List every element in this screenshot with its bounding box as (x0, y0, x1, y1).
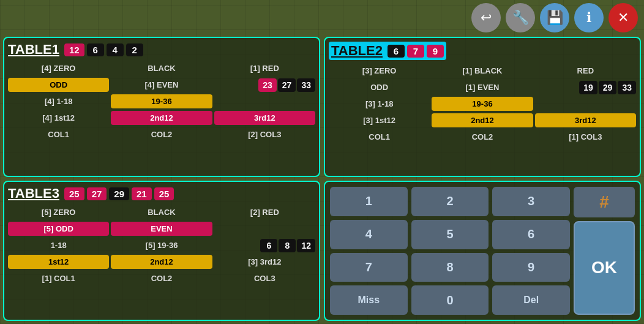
toolbar: ↩ 🔧 💾 ℹ ✕ (471, 3, 638, 32)
table2-num-29: 29 (599, 81, 617, 94)
table1-3rd12[interactable]: 3rd12 (214, 111, 315, 125)
table1-num-33: 33 (297, 78, 315, 92)
numpad-miss[interactable]: Miss (330, 285, 408, 315)
table2-red: RED (535, 64, 636, 78)
close-button[interactable]: ✕ (608, 3, 638, 32)
table2-2nd12[interactable]: 2nd12 (432, 113, 533, 127)
table3-header: TABLE3 25 27 29 21 25 (8, 186, 315, 202)
table3-row2: [5] ODD EVEN (8, 222, 315, 236)
table3-row4: 1st12 2nd12 [3] 3rd12 (8, 255, 315, 269)
table3-even[interactable]: EVEN (111, 222, 212, 236)
table2-num-33: 33 (618, 81, 636, 94)
table1-red: [1] RED (214, 61, 315, 75)
table3-badge-25b: 25 (154, 187, 174, 200)
table3-zero: [5] ZERO (8, 205, 109, 219)
table3-empty2 (214, 227, 315, 232)
table3-red: [2] RED (214, 205, 315, 219)
numpad-9[interactable]: 9 (492, 253, 570, 282)
table2-zero: [3] ZERO (329, 64, 430, 78)
table3-1st12[interactable]: 1st12 (8, 255, 109, 269)
table1-row2: ODD [4] EVEN 23 27 33 (8, 78, 315, 92)
table1-row5: COL1 COL2 [2] COL3 (8, 127, 315, 141)
numpad-del[interactable]: Del (492, 285, 570, 315)
main-layout: TABLE1 12 6 4 2 [4] ZERO BLACK [1] RED O… (3, 37, 641, 321)
table3-row3: 1-18 [5] 19-36 6 8 12 (8, 238, 315, 252)
table1-col1: COL1 (8, 127, 109, 141)
numpad-4[interactable]: 4 (330, 220, 408, 249)
table2-badge-7: 7 (407, 45, 424, 58)
table3-num-6: 6 (260, 239, 277, 252)
table2-col1: COL1 (329, 130, 430, 144)
numpad-panel: 1 2 3 4 5 6 7 8 9 Miss 0 Del # OK (324, 181, 641, 321)
numpad-5[interactable]: 5 (411, 220, 489, 249)
hash-button[interactable]: # (574, 187, 635, 217)
table1-col2: COL2 (111, 127, 212, 141)
table1-badge-4: 4 (107, 43, 124, 56)
numpad-1[interactable]: 1 (330, 187, 408, 216)
table2-title: TABLE2 (331, 43, 383, 59)
table2-row3: [3] 1-18 19-36 (329, 97, 636, 111)
table2-1936[interactable]: 19-36 (432, 97, 533, 111)
numpad-7[interactable]: 7 (330, 253, 408, 282)
table3-badge-21: 21 (132, 187, 152, 200)
table2-row2: ODD [1] EVEN 19 29 33 (329, 80, 636, 94)
table1-even: [4] EVEN (111, 78, 212, 92)
table2-empty3 (535, 102, 636, 107)
table2-row5: COL1 COL2 [1] COL3 (329, 130, 636, 144)
table1-2nd12[interactable]: 2nd12 (111, 111, 212, 125)
numpad-6[interactable]: 6 (492, 220, 570, 249)
table1-badge-2: 2 (126, 43, 143, 56)
table1-num-23: 23 (258, 78, 277, 92)
save-button[interactable]: 💾 (540, 3, 569, 32)
table3-badge-25a: 25 (64, 187, 84, 200)
table1-badge-6: 6 (87, 43, 104, 56)
numpad-side: # OK (574, 187, 635, 315)
table1-title: TABLE1 (8, 42, 59, 58)
table3-black: BLACK (111, 205, 212, 219)
table3-col1: [1] COL1 (8, 271, 109, 285)
table1-1936[interactable]: 19-36 (111, 94, 212, 108)
table2-118: [3] 1-18 (329, 97, 430, 111)
table2-num-19: 19 (579, 81, 597, 94)
table3-col3: COL3 (214, 271, 315, 285)
back-button[interactable]: ↩ (471, 3, 501, 32)
table1-zero: [4] ZERO (8, 61, 109, 75)
table3-3rd12: [3] 3rd12 (214, 255, 315, 269)
table3-num-8: 8 (279, 239, 296, 252)
table3-title: TABLE3 (8, 186, 59, 202)
table3-1936: [5] 19-36 (111, 238, 212, 252)
table3-numbers: 6 8 12 (214, 239, 315, 252)
numpad-8[interactable]: 8 (411, 253, 489, 282)
wrench-button[interactable]: 🔧 (506, 3, 535, 32)
table3-row1: [5] ZERO BLACK [2] RED (8, 205, 315, 219)
table1-num-27: 27 (278, 78, 296, 92)
table2-badge-9: 9 (427, 45, 444, 58)
table2-badge-6: 6 (388, 45, 405, 58)
table2-header-bg: TABLE2 6 7 9 (329, 42, 446, 60)
table2-header: TABLE2 6 7 9 (329, 42, 636, 60)
table1-row1: [4] ZERO BLACK [1] RED (8, 61, 315, 75)
table2-col3: [1] COL3 (535, 130, 636, 144)
ok-button[interactable]: OK (574, 221, 635, 315)
numpad-0[interactable]: 0 (411, 285, 489, 315)
table3-num-12: 12 (297, 239, 315, 252)
table3-col2: COL2 (111, 271, 212, 285)
table1-odd[interactable]: ODD (8, 78, 109, 92)
table1-118: [4] 1-18 (8, 94, 109, 108)
table1-panel: TABLE1 12 6 4 2 [4] ZERO BLACK [1] RED O… (3, 37, 320, 177)
table3-odd[interactable]: [5] ODD (8, 222, 109, 236)
table3-badge-27: 27 (87, 187, 107, 200)
table2-numbers: 19 29 33 (535, 81, 636, 94)
table2-odd: ODD (329, 80, 430, 94)
table3-badge-29: 29 (109, 187, 129, 200)
table1-row4: [4] 1st12 2nd12 3rd12 (8, 111, 315, 125)
info-button[interactable]: ℹ (574, 3, 604, 32)
numpad-3[interactable]: 3 (492, 187, 570, 216)
table2-row1: [3] ZERO [1] BLACK RED (329, 64, 636, 78)
table2-1st12: [3] 1st12 (329, 113, 430, 127)
table2-col2: COL2 (432, 130, 533, 144)
numpad-2[interactable]: 2 (411, 187, 489, 216)
table3-118: 1-18 (8, 238, 109, 252)
table2-3rd12[interactable]: 3rd12 (535, 113, 636, 127)
table3-2nd12[interactable]: 2nd12 (111, 255, 212, 269)
